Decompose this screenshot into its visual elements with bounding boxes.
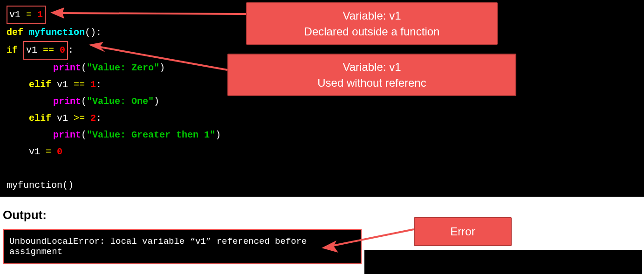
code-token: elif (29, 79, 57, 90)
callout-error: Error (414, 217, 512, 246)
code-token: ) (159, 62, 165, 73)
code-token: ( (81, 130, 87, 140)
code-token: : (96, 79, 102, 90)
code-token: myfunction (7, 180, 62, 191)
code-token: 1 (90, 79, 96, 90)
code-token: 0 (60, 45, 65, 55)
code-token: v1 (26, 45, 43, 55)
code-line-8: print("Value: Greater then 1") (7, 127, 637, 144)
code-token: print (53, 62, 81, 73)
code-token: = (26, 9, 32, 20)
code-token: elif (29, 113, 57, 124)
code-token: ( (81, 96, 87, 107)
code-token: (): (85, 27, 102, 38)
code-line-7: elif v1 >= 2: (7, 110, 637, 127)
code-token: "Value: One" (87, 96, 154, 107)
code-token: "Value: Greater then 1" (87, 130, 215, 140)
code-line-9: v1 = 0 (7, 144, 637, 160)
callout-line: Variable: v1 (240, 59, 503, 75)
code-token: if (7, 45, 23, 55)
code-token: ) (154, 96, 159, 107)
code-token: ) (215, 130, 221, 140)
code-token: : (68, 45, 74, 55)
output-block: UnboundLocalError: local variable “v1” r… (3, 229, 362, 264)
callout-line: Variable: v1 (259, 8, 485, 24)
callout-line: Declared outside a function (259, 24, 485, 40)
code-token: ( (81, 62, 87, 73)
code-token: myfunction (29, 27, 85, 38)
code-token: = (46, 146, 57, 157)
code-token: print (53, 130, 81, 140)
callout-declared-outside: Variable: v1 Declared outside a function (246, 2, 498, 45)
callout-used-without-reference: Variable: v1 Used without referenc (227, 54, 516, 96)
output-text: UnboundLocalError: local variable “v1” r… (9, 236, 307, 257)
code-token: v1 (9, 9, 26, 20)
code-token: == (74, 79, 90, 90)
code-line-blank (7, 160, 637, 177)
code-token: 2 (90, 113, 96, 124)
code-token: def (7, 27, 29, 38)
callout-line: Error (424, 224, 501, 240)
output-heading: Output: (3, 208, 644, 222)
code-line-11: myfunction() (7, 177, 637, 194)
code-token: >= (74, 113, 90, 124)
output-bg-extension (364, 250, 642, 274)
code-token: () (62, 180, 74, 191)
code-token: print (53, 96, 81, 107)
code-token: : (96, 113, 102, 124)
code-token: "Value: Zero" (87, 62, 159, 73)
code-token: 1 (32, 9, 43, 20)
code-token: v1 (29, 146, 46, 157)
code-token: v1 (57, 113, 74, 124)
callout-line: Used without referenc (240, 75, 503, 91)
code-token: 0 (57, 146, 62, 157)
code-token: == (43, 45, 60, 55)
code-token: v1 (57, 79, 74, 90)
